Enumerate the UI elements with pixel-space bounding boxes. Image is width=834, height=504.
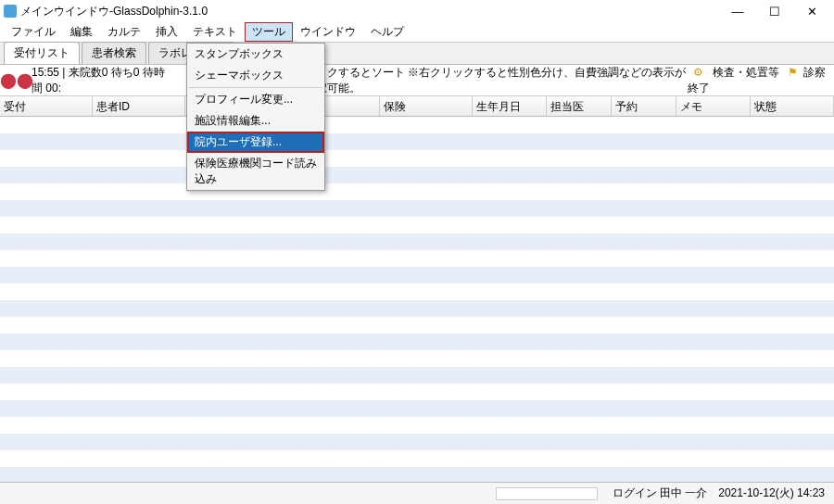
th-patient-id[interactable]: 患者ID <box>93 96 185 116</box>
table-row[interactable] <box>0 233 834 250</box>
toolbar: ⬤⬤ 15:55 | 来院数0 待ち0 待時間 00: リックするとソート ※右… <box>0 65 834 96</box>
table-row[interactable] <box>0 217 834 233</box>
menu-text[interactable]: テキスト <box>185 22 245 42</box>
maximize-button[interactable]: ☐ <box>756 0 793 22</box>
th-memo[interactable]: メモ <box>676 96 751 116</box>
table-row[interactable] <box>0 300 834 317</box>
table-row[interactable] <box>0 284 834 300</box>
table-row[interactable] <box>0 250 834 267</box>
th-status[interactable]: 状態 <box>751 96 834 116</box>
menu-edit[interactable]: 編集 <box>63 22 100 42</box>
status-bar: ログイン 田中 一介 2021-10-12(火) 14:23 <box>0 482 834 504</box>
status-datetime: 2021-10-12(火) 14:23 <box>718 485 825 501</box>
table-row[interactable] <box>0 417 834 434</box>
menu-tool[interactable]: ツール <box>245 22 293 42</box>
dd-stampbox[interactable]: スタンプボックス <box>187 44 324 65</box>
toolbar-actions: ⚙ 検査・処置等 ⚑診察終了 <box>688 65 828 96</box>
title-bar: メインウインドウ-GlassDolphin-3.1.0 — ☐ ✕ <box>0 0 834 22</box>
action-exam[interactable]: 検査・処置等 <box>713 66 779 79</box>
table-row[interactable] <box>0 133 834 150</box>
tab-reception[interactable]: 受付リスト <box>4 42 80 64</box>
table-row[interactable] <box>0 400 834 417</box>
dd-facility[interactable]: 施設情報編集... <box>187 110 324 132</box>
dd-userreg[interactable]: 院内ユーザ登録... <box>187 132 324 153</box>
dd-insurance-code[interactable]: 保険医療機関コード読み込み <box>187 153 324 190</box>
menu-window[interactable]: ウインドウ <box>293 22 363 42</box>
menu-karte[interactable]: カルテ <box>100 22 148 42</box>
table-row[interactable] <box>0 183 834 200</box>
table-row[interactable] <box>0 367 834 384</box>
th-insurance[interactable]: 保険 <box>380 96 473 116</box>
flag-icon: ⚑ <box>788 66 798 79</box>
table-row[interactable] <box>0 167 834 183</box>
tab-patient-search[interactable]: 患者検索 <box>82 42 146 64</box>
dd-profile[interactable]: プロフィール変更... <box>187 89 324 110</box>
feet-icon[interactable]: ⬤⬤ <box>6 70 28 91</box>
menu-insert[interactable]: 挿入 <box>148 22 185 42</box>
toolbar-hint: リックするとソート ※右クリックすると性別色分け、自費強調などの表示が選択可能。 <box>305 65 689 96</box>
table-row[interactable] <box>0 334 834 350</box>
table-body <box>0 117 834 482</box>
table-row[interactable] <box>0 267 834 284</box>
table-row[interactable] <box>0 200 834 217</box>
table-row[interactable] <box>0 317 834 334</box>
status-blank <box>496 487 598 500</box>
table-row[interactable] <box>0 467 834 482</box>
th-reception[interactable]: 受付 <box>0 96 93 116</box>
table-row[interactable] <box>0 450 834 467</box>
th-reservation[interactable]: 予約 <box>612 96 676 116</box>
gear-icon: ⚙ <box>693 66 703 79</box>
menu-help[interactable]: ヘルプ <box>363 22 411 42</box>
table-row[interactable] <box>0 434 834 450</box>
th-dob[interactable]: 生年月日 <box>473 96 547 116</box>
table-header: 受付 患者ID 来院時 保険 生年月日 担当医 予約 メモ 状態 <box>0 96 834 117</box>
dd-schemabox[interactable]: シェーマボックス <box>187 65 324 86</box>
tab-strip: 受付リスト 患者検索 ラボレシーバ <box>0 43 834 65</box>
window-title: メインウインドウ-GlassDolphin-3.1.0 <box>20 4 719 19</box>
table-row[interactable] <box>0 350 834 367</box>
app-icon <box>4 5 17 18</box>
menu-bar: ファイル 編集 カルテ 挿入 テキスト ツール ウインドウ ヘルプ <box>0 22 834 43</box>
table-row[interactable] <box>0 384 834 400</box>
table-row[interactable] <box>0 117 834 133</box>
dd-separator <box>189 87 322 88</box>
menu-file[interactable]: ファイル <box>4 22 63 42</box>
toolbar-status: 15:55 | 来院数0 待ち0 待時間 00: <box>32 65 174 96</box>
tool-dropdown: スタンプボックス シェーマボックス プロフィール変更... 施設情報編集... … <box>186 43 325 191</box>
minimize-button[interactable]: — <box>719 0 756 22</box>
close-button[interactable]: ✕ <box>793 0 830 22</box>
th-doctor[interactable]: 担当医 <box>547 96 612 116</box>
status-login: ログイン 田中 一介 <box>613 485 708 501</box>
table-row[interactable] <box>0 150 834 167</box>
